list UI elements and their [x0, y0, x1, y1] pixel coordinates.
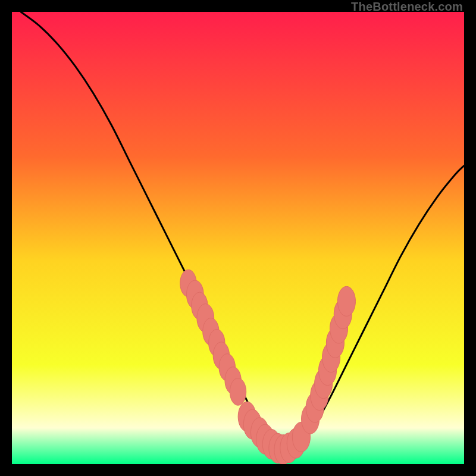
curve-marker: [230, 378, 246, 406]
chart-frame: [12, 12, 464, 464]
watermark-text: TheBottleneck.com: [351, 0, 463, 14]
bottleneck-chart: [12, 12, 464, 464]
curve-marker: [337, 286, 355, 316]
